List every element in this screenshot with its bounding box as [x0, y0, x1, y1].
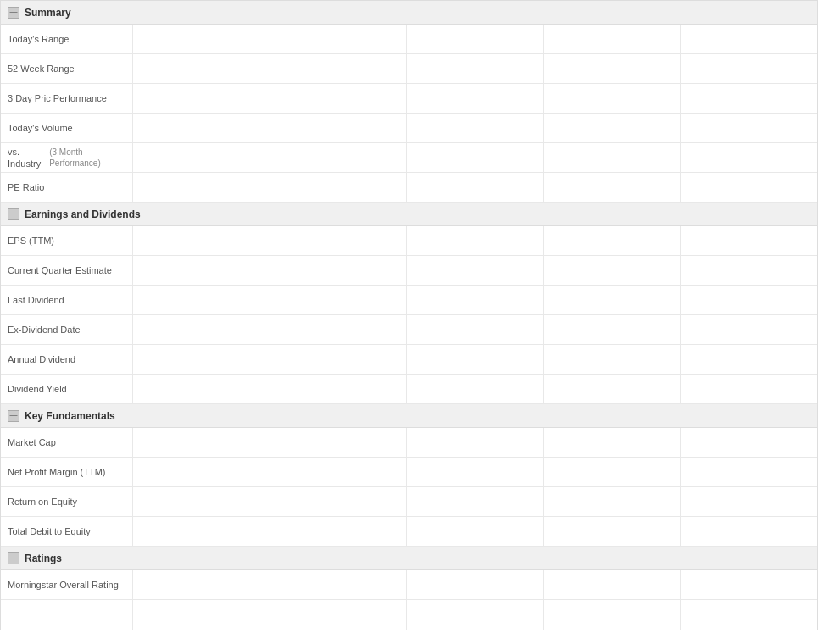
row-label: Morningstar Overall Rating — [1, 570, 133, 599]
table-cell — [270, 226, 408, 255]
table-cell — [270, 458, 408, 486]
table-cell — [681, 286, 817, 314]
table-cell — [270, 570, 408, 599]
row-label: PE Ratio — [1, 173, 133, 202]
table-cell — [407, 286, 544, 314]
table-cell — [407, 315, 544, 344]
table-row: Net Profit Margin (TTM) — [1, 458, 817, 487]
table-cell — [681, 114, 817, 142]
table-cell — [270, 256, 408, 285]
table-cell — [270, 600, 408, 630]
table-cell — [544, 458, 682, 486]
table-cell — [407, 375, 544, 403]
table-cell — [681, 54, 817, 83]
row-label: vs. Industry(3 Month Performance) — [1, 143, 133, 172]
table-cell — [544, 84, 682, 113]
table-row: 52 Week Range — [1, 54, 817, 84]
table-cell — [544, 517, 682, 546]
table-cell — [133, 375, 270, 403]
row-label: Annual Dividend — [1, 345, 133, 374]
table-cell — [133, 286, 270, 314]
row-label: Total Debit to Equity — [1, 517, 133, 546]
comparison-table: SummaryToday's Range52 Week Range3 Day P… — [0, 0, 818, 630]
table-row: 3 Day Pric Performance — [1, 84, 817, 114]
table-cell — [544, 256, 682, 285]
table-row: Current Quarter Estimate — [1, 256, 817, 286]
table-row: Total Debit to Equity — [1, 517, 817, 547]
table-cell — [544, 114, 682, 142]
table-cell — [407, 114, 544, 142]
table-cell — [681, 375, 817, 403]
table-cell — [133, 84, 270, 113]
row-label: Ex-Dividend Date — [1, 315, 133, 344]
table-cell — [407, 517, 544, 546]
table-cell — [544, 345, 682, 374]
table-cell — [681, 428, 817, 457]
table-cell — [133, 54, 270, 83]
row-label: 52 Week Range — [1, 54, 133, 83]
table-cell — [270, 517, 408, 546]
table-cell — [133, 226, 270, 255]
table-cell — [270, 375, 408, 403]
table-cell — [133, 114, 270, 142]
table-cell — [681, 143, 817, 172]
table-cell — [133, 25, 270, 53]
row-label: Dividend Yield — [1, 375, 133, 403]
row-label: EPS (TTM) — [1, 226, 133, 255]
table-cell — [544, 143, 682, 172]
table-row: Today's Range — [1, 25, 817, 54]
table-cell — [407, 458, 544, 486]
table-cell — [270, 84, 408, 113]
table-cell — [407, 256, 544, 285]
table-cell — [270, 428, 408, 457]
table-row: vs. Industry(3 Month Performance) — [1, 143, 817, 173]
table-cell — [544, 600, 682, 630]
table-cell — [133, 458, 270, 486]
table-cell — [133, 600, 270, 630]
table-cell — [544, 315, 682, 344]
table-cell — [544, 487, 682, 516]
table-cell — [133, 256, 270, 285]
section-header-summary[interactable]: Summary — [1, 1, 817, 25]
row-label: Today's Volume — [1, 114, 133, 142]
section-header-earnings-dividends[interactable]: Earnings and Dividends — [1, 203, 817, 226]
collapse-icon-key-fundamentals[interactable] — [8, 410, 19, 422]
collapse-icon-earnings-dividends[interactable] — [8, 208, 19, 220]
table-cell — [407, 54, 544, 83]
table-cell — [270, 54, 408, 83]
table-row: Today's Volume — [1, 114, 817, 143]
table-cell — [681, 84, 817, 113]
table-cell — [544, 428, 682, 457]
table-cell — [681, 487, 817, 516]
table-row: EPS (TTM) — [1, 226, 817, 256]
section-header-key-fundamentals[interactable]: Key Fundamentals — [1, 404, 817, 428]
table-cell — [407, 570, 544, 599]
table-cell — [544, 286, 682, 314]
table-cell — [133, 345, 270, 374]
collapse-icon-ratings[interactable] — [8, 552, 19, 564]
section-label-key-fundamentals: Key Fundamentals — [25, 410, 115, 422]
table-cell — [681, 570, 817, 599]
table-cell — [270, 286, 408, 314]
table-row: Market Cap — [1, 428, 817, 458]
section-label-ratings: Ratings — [25, 552, 62, 564]
table-cell — [544, 375, 682, 403]
row-label: 3 Day Pric Performance — [1, 84, 133, 113]
table-cell — [544, 226, 682, 255]
table-cell — [407, 226, 544, 255]
table-cell — [270, 345, 408, 374]
table-cell — [270, 114, 408, 142]
table-cell — [407, 84, 544, 113]
table-cell — [407, 600, 544, 630]
collapse-icon-summary[interactable] — [8, 7, 19, 19]
table-cell — [407, 143, 544, 172]
section-header-ratings[interactable]: Ratings — [1, 547, 817, 570]
table-cell — [270, 487, 408, 516]
table-cell — [681, 600, 817, 630]
table-cell — [133, 487, 270, 516]
row-label: Today's Range — [1, 25, 133, 53]
table-cell — [133, 315, 270, 344]
table-cell — [270, 173, 408, 202]
table-cell — [681, 25, 817, 53]
row-label: Last Dividend — [1, 286, 133, 314]
